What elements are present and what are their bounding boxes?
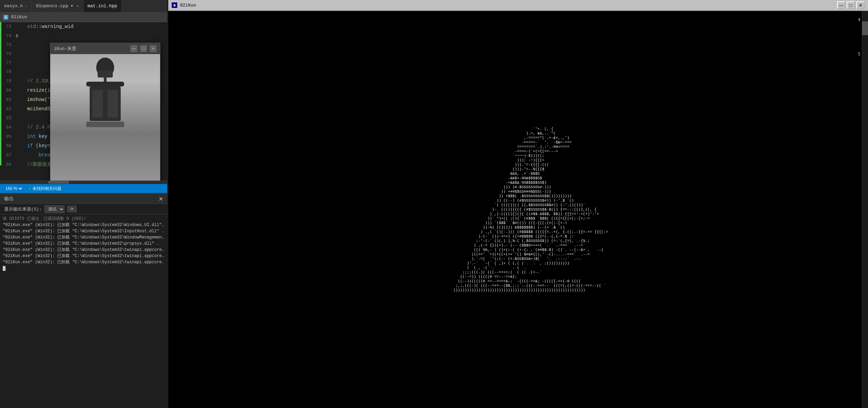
output-line-5: "02iKun.exe" (Win32): 已加载 "C:\Windows\Sy… [3,247,164,253]
tab-label: 01opencv.cpp [36,3,68,9]
code-line-74: 74 s [0,31,167,41]
output-title: 输出 [4,196,14,202]
output-line-4: "02iKun.exe" (Win32): 已加载 "C:\Windows\Sy… [3,241,164,247]
tab-label: mat.inl.hpp [88,3,117,9]
ikun-controls: — □ × [130,45,157,52]
ascii-art-area: `'+. (, { ).=, &&,..`"( ,-=====*( .+-&+,… [168,11,868,408]
output-cursor-line [3,265,164,272]
ascii-titlebar-left: ▣ 02iKun [172,2,196,8]
output-source-label: 显示输出来源(S): [4,206,42,212]
ikun-titlebar: iKun-灰度 — □ × [50,43,160,54]
output-line-3: "02iKun.exe" (Win32): 已加载 "C:\Windows\Sy… [3,234,164,241]
ascii-window: ▣ 02iKun — □ ✕ `'+. (, { ).=, &&,..`"( [168,0,868,408]
ide-panel: easyx.h ☆ 01opencv.cpp • ✕ mat.inl.hpp ◈… [0,0,167,408]
code-line-73: 73 std::warning_wid [0,22,167,31]
ascii-maximize-button[interactable]: □ [847,1,855,9]
ikun-content [50,54,160,181]
ascii-art: `'+. (, { ).=, &&,..`"( ,-=====*( .+-&+,… [421,120,615,299]
output-header: 输出 ✕ [0,194,167,204]
output-line-2: "02iKun.exe" (Win32): 已加载 "C:\Windows\Sy… [3,228,164,234]
output-line-1: "02iKun.exe" (Win32): 已加载 "C:\Windows\Sy… [3,222,164,228]
tab-modified-dot: • [70,3,74,9]
ikun-minimize-button[interactable]: — [130,45,137,52]
tab-label: easyx.h [4,3,23,9]
green-indicator [0,22,1,165]
tab-mat[interactable]: mat.inl.hpp [83,0,122,12]
tab-opencv[interactable]: 01opencv.cpp • ✕ [32,0,83,12]
output-panel: 输出 ✕ 显示输出来源(S): 调试 构建 ⟳ 状 OXIOTO 已退出，已退回… [0,193,167,272]
zoom-control[interactable]: 160 % 100 % 120 % 140 % [4,186,23,191]
ikun-title: iKun-灰度 [54,45,76,52]
output-line-0: 状 OXIOTO 已退出，已退回函数 O (UXO)/ [3,216,164,222]
ide-titlebar: ◈ 02iKun [0,12,167,22]
zoom-select[interactable]: 160 % 100 % 120 % 140 % [4,186,23,191]
h-scrollbar-thumb[interactable] [48,181,69,184]
ide-window-title: 02iKun [11,14,27,20]
output-cursor [3,266,6,271]
line-indicator-4: 4 [858,17,860,22]
output-line-6: "02iKun.exe" (Win32): 已加载 "C:\Windows\Sy… [3,253,164,259]
ide-icon: ◈ [3,15,8,20]
ascii-titlebar-controls: — □ ✕ [837,1,865,9]
code-scrollbar-horizontal[interactable] [0,181,167,184]
tab-bar: easyx.h ☆ 01opencv.cpp • ✕ mat.inl.hpp [0,0,167,12]
ikun-maximize-button[interactable]: □ [140,45,147,52]
ascii-scrollbar[interactable] [862,11,868,408]
line-indicator-5: 5 [858,52,860,57]
scrollbar-thumb[interactable] [862,21,868,35]
output-line-7: "02iKun.exe" (Win32): 已卸载 "C:\Windows\Sy… [3,259,164,265]
output-close-button[interactable]: ✕ [159,196,163,202]
tab-easyx[interactable]: easyx.h ☆ [0,0,32,12]
output-clear-button[interactable]: ⟳ [67,206,77,212]
ascii-close-button[interactable]: ✕ [856,1,865,9]
tab-close[interactable]: ✕ [76,3,79,9]
ascii-titlebar: ▣ 02iKun — □ ✕ [168,0,868,11]
ikun-preview-window: iKun-灰度 — □ × [50,43,160,181]
ascii-minimize-button[interactable]: — [837,1,845,9]
output-source-row: 显示输出来源(S): 调试 构建 ⟳ [0,204,167,214]
output-source-select[interactable]: 调试 构建 [44,205,64,213]
ascii-app-icon: ▣ [172,2,177,8]
code-area: 73 std::warning_wid 74 s 75 76 77 78 [0,22,167,181]
status-problem-text: 未找到相关问题 [32,186,61,192]
status-bar: 160 % 100 % 120 % 140 % ✔ 未找到相关问题 [0,184,167,193]
ascii-window-title: 02iKun [180,3,196,8]
output-content: 状 OXIOTO 已退出，已退回函数 O (UXO)/ "02iKun.exe"… [0,214,167,272]
ikun-close-button[interactable]: × [150,45,157,52]
status-check: ✔ 未找到相关问题 [29,186,61,192]
scrollbar-top-space [862,11,868,21]
check-icon: ✔ [29,186,31,191]
tab-modified-icon: ☆ [25,4,28,8]
